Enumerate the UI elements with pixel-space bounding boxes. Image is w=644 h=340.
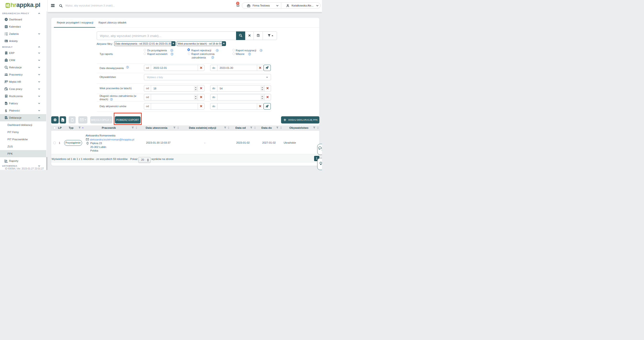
svg-text:x: x [62, 119, 63, 122]
svg-text:hrappka.pl: hrappka.pl [10, 3, 40, 8]
